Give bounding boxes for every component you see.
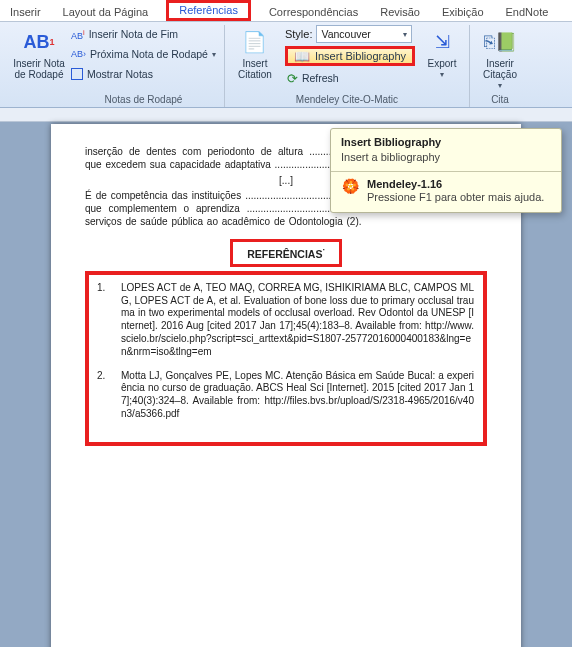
export-label: Export — [428, 58, 457, 69]
reference-number: 2. — [97, 370, 111, 421]
group-mendeley-label: Mendeley Cite-O-Matic — [231, 94, 463, 106]
refresh-icon: ⟳ — [287, 71, 298, 86]
show-notes-icon — [71, 68, 83, 80]
chevron-down-icon: ▾ — [212, 50, 216, 59]
reference-text: Motta LJ, Gonçalves PE, Lopes MC. Atençã… — [121, 370, 474, 421]
insert-bibliography-label: Insert Bibliography — [315, 50, 406, 62]
tooltip-help-desc: Pressione F1 para obter mais ajuda. — [367, 191, 544, 203]
insert-footnote-button[interactable]: AB1 Inserir Notade Rodapé — [11, 25, 67, 80]
tab-exibicao[interactable]: Exibição — [438, 4, 488, 21]
ribbon-tabs: Inserir Layout da Página Referências Cor… — [0, 0, 572, 22]
tab-endnote[interactable]: EndNote — [502, 4, 553, 21]
refresh-label: Refresh — [302, 72, 339, 84]
tooltip-desc: Insert a bibliography — [341, 151, 551, 163]
next-footnote-label: Próxima Nota de Rodapé — [90, 48, 208, 60]
footnote-ab-icon: AB1 — [23, 27, 54, 57]
inserir-citacao-button[interactable]: ⎘📗 InserirCitação ▾ — [476, 25, 524, 90]
reference-item: 1. LOPES ACT de A, TEO MAQ, CORREA MG, I… — [97, 282, 474, 359]
references-heading-label: REFERÊNCIAS — [247, 247, 322, 259]
group-notas-label: Notas de Rodapé — [69, 94, 218, 106]
book-icon: 📖 — [294, 49, 310, 64]
show-notes-button[interactable]: Mostrar Notas — [69, 65, 218, 83]
references-list: 1. LOPES ACT de A, TEO MAQ, CORREA MG, I… — [85, 271, 487, 446]
insert-citation-label: InsertCitation — [238, 58, 272, 80]
references-heading: REFERÊNCIAS· — [230, 239, 342, 267]
export-button[interactable]: ⇲ Export ▾ — [421, 25, 463, 87]
tooltip-insert-bibliography: Insert Bibliography Insert a bibliograph… — [330, 128, 562, 213]
tab-correspondencias[interactable]: Correspondências — [265, 4, 362, 21]
group-cit-label: Cita — [476, 94, 524, 106]
endnote-icon: ABi — [71, 28, 85, 41]
style-row: Style: Vancouver ▾ — [285, 25, 415, 43]
chevron-down-icon: ▾ — [498, 81, 502, 90]
group-notas-rodape: AB1 Inserir Notade Rodapé ABi Inserir No… — [5, 25, 225, 107]
style-dropdown[interactable]: Vancouver ▾ — [316, 25, 412, 43]
insert-endnote-label: Inserir Nota de Fim — [89, 28, 178, 40]
tab-inserir[interactable]: Inserir — [6, 4, 45, 21]
chevron-down-icon: ▾ — [440, 70, 444, 79]
export-icon: ⇲ — [435, 27, 450, 57]
insert-footnote-label: Inserir Notade Rodapé — [13, 58, 65, 80]
show-notes-label: Mostrar Notas — [87, 68, 153, 80]
reference-number: 1. — [97, 282, 111, 359]
mendeley-help-icon: 🏵️ — [341, 178, 359, 203]
next-footnote-icon: AB› — [71, 49, 86, 59]
insert-endnote-button[interactable]: ABi Inserir Nota de Fim — [69, 25, 218, 43]
tooltip-title: Insert Bibliography — [341, 136, 551, 148]
reference-text: LOPES ACT de A, TEO MAQ, CORREA MG, ISHI… — [121, 282, 474, 359]
citation-icon: ⎘📗 — [484, 27, 517, 57]
tab-layout[interactable]: Layout da Página — [59, 4, 153, 21]
tab-referencias[interactable]: Referências — [166, 0, 251, 21]
insert-citation-button[interactable]: 📄 InsertCitation — [231, 25, 279, 87]
chevron-down-icon: ▾ — [403, 30, 407, 39]
ribbon: AB1 Inserir Notade Rodapé ABi Inserir No… — [0, 22, 572, 108]
style-label: Style: — [285, 28, 313, 40]
tab-revisao[interactable]: Revisão — [376, 4, 424, 21]
refresh-button[interactable]: ⟳ Refresh — [285, 69, 415, 87]
group-citations: ⎘📗 InserirCitação ▾ Cita — [470, 25, 530, 107]
next-footnote-button[interactable]: AB› Próxima Nota de Rodapé ▾ — [69, 45, 218, 63]
reference-item: 2. Motta LJ, Gonçalves PE, Lopes MC. Ate… — [97, 370, 474, 421]
group-mendeley: 📄 InsertCitation Style: Vancouver ▾ 📖 In… — [225, 25, 470, 107]
insert-bibliography-button[interactable]: 📖 Insert Bibliography — [285, 46, 415, 66]
horizontal-ruler[interactable] — [0, 108, 572, 122]
inserir-citacao-label: InserirCitação — [483, 58, 517, 80]
style-value: Vancouver — [321, 28, 370, 40]
tooltip-help-title: Mendeley-1.16 — [367, 178, 544, 190]
insert-citation-icon: 📄 — [242, 27, 267, 57]
